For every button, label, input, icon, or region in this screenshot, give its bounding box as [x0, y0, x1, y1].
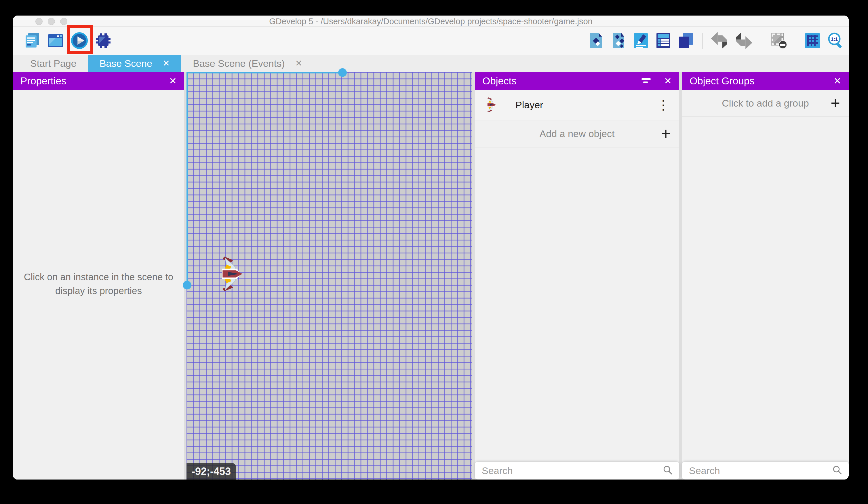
close-icon: ✕ [834, 76, 841, 85]
groups-search-input[interactable] [689, 465, 832, 477]
instances-list-icon [655, 32, 671, 50]
border-handle[interactable] [183, 281, 192, 290]
scene-canvas[interactable]: -92;-453 [186, 72, 472, 480]
objects-editor-icon [588, 32, 604, 50]
window-mask-icon [769, 32, 788, 50]
toggle-window-mask-button[interactable] [769, 32, 788, 50]
objects-panel-header: Objects ✕ [475, 72, 679, 90]
scene-window-icon [48, 32, 64, 50]
instances-list-button[interactable] [655, 32, 671, 50]
object-groups-editor-button[interactable] [610, 32, 627, 50]
cursor-coordinates-badge: -92;-453 [186, 463, 236, 480]
project-manager-button[interactable] [24, 32, 41, 50]
title-bar: GDevelop 5 - /Users/dkarakay/Documents/G… [13, 16, 849, 27]
grid-icon [804, 32, 820, 50]
search-icon [662, 465, 673, 476]
player-thumbnail [486, 97, 496, 113]
properties-panel-header: Properties ✕ [13, 72, 184, 90]
add-group-label: Click to add a group [722, 98, 809, 109]
close-tab-icon[interactable]: ✕ [163, 59, 170, 68]
search-icon [832, 465, 843, 476]
add-object-row[interactable]: Add a new object + [475, 120, 679, 148]
filter-icon [641, 76, 652, 86]
close-panel-button[interactable]: ✕ [169, 76, 177, 85]
add-object-plus-icon[interactable]: + [659, 125, 672, 142]
objects-search-bar [475, 462, 679, 480]
tab-bar: Start Page Base Scene ✕ Base Scene (Even… [13, 55, 849, 72]
filter-button[interactable] [641, 76, 652, 86]
main-content: Properties ✕ Click on an instance in the… [13, 72, 849, 480]
properties-panel: Properties ✕ Click on an instance in the… [13, 72, 184, 480]
properties-empty-message: Click on an instance in the scene to dis… [21, 270, 176, 298]
close-icon: ✕ [169, 76, 177, 85]
project-manager-icon [24, 32, 41, 50]
toggle-grid-button[interactable] [804, 32, 820, 50]
tab-start-page[interactable]: Start Page [19, 55, 88, 72]
debug-button[interactable] [95, 32, 111, 50]
play-icon [71, 32, 89, 50]
objects-search-input[interactable] [481, 465, 662, 477]
tab-label: Start Page [30, 58, 76, 69]
add-object-label: Add a new object [540, 128, 615, 139]
close-panel-button[interactable]: ✕ [834, 76, 841, 85]
play-preview-button[interactable] [71, 32, 89, 50]
close-panel-button[interactable]: ✕ [664, 76, 672, 85]
object-groups-panel-header: Object Groups ✕ [682, 72, 849, 90]
player-ship-sprite[interactable] [219, 256, 244, 293]
redo-button[interactable] [735, 32, 753, 50]
panel-title: Properties [20, 75, 66, 87]
undo-button[interactable] [711, 32, 728, 50]
toolbar: 1:1 [13, 27, 849, 55]
toolbar-left [24, 27, 111, 55]
properties-editor-button[interactable] [633, 32, 649, 50]
game-window-border-left [186, 72, 188, 285]
panel-title: Object Groups [690, 75, 755, 87]
layers-icon [678, 32, 694, 50]
zoom-1-1-icon: 1:1 [827, 32, 844, 50]
tab-base-scene-events[interactable]: Base Scene (Events) ✕ [181, 55, 314, 72]
undo-icon [711, 32, 728, 50]
tab-label: Base Scene (Events) [193, 58, 285, 69]
window-title: GDevelop 5 - /Users/dkarakay/Documents/G… [13, 16, 849, 27]
object-name: Player [515, 99, 543, 111]
panel-title: Objects [482, 75, 517, 87]
toolbar-separator [796, 33, 796, 49]
toolbar-separator [761, 33, 761, 49]
app-window: GDevelop 5 - /Users/dkarakay/Documents/G… [13, 16, 849, 480]
border-handle[interactable] [338, 68, 347, 77]
zoom-1-1-button[interactable]: 1:1 [827, 32, 844, 50]
tab-base-scene[interactable]: Base Scene ✕ [88, 55, 182, 72]
close-icon: ✕ [664, 76, 672, 85]
properties-pencil-icon [633, 32, 649, 50]
object-menu-button[interactable]: ⋮ [655, 98, 672, 112]
object-groups-editor-icon [610, 32, 627, 50]
layers-editor-button[interactable] [678, 32, 694, 50]
objects-panel: Objects ✕ Player [475, 72, 679, 480]
groups-search-bar [682, 462, 849, 480]
add-group-plus-icon[interactable]: + [829, 95, 842, 111]
object-groups-panel: Object Groups ✕ Click to add a group + [682, 72, 849, 480]
object-row-player[interactable]: Player ⋮ [475, 90, 679, 120]
redo-icon [735, 32, 753, 50]
toolbar-separator [702, 33, 703, 49]
svg-text:1:1: 1:1 [831, 37, 838, 42]
game-window-border-top [186, 72, 342, 73]
add-group-row[interactable]: Click to add a group + [682, 90, 849, 117]
tab-label: Base Scene [100, 58, 152, 69]
debug-chip-icon [95, 32, 111, 50]
close-tab-icon[interactable]: ✕ [295, 59, 302, 68]
toolbar-right: 1:1 [588, 27, 844, 55]
scene-window-button[interactable] [48, 32, 64, 50]
objects-editor-button[interactable] [588, 32, 604, 50]
